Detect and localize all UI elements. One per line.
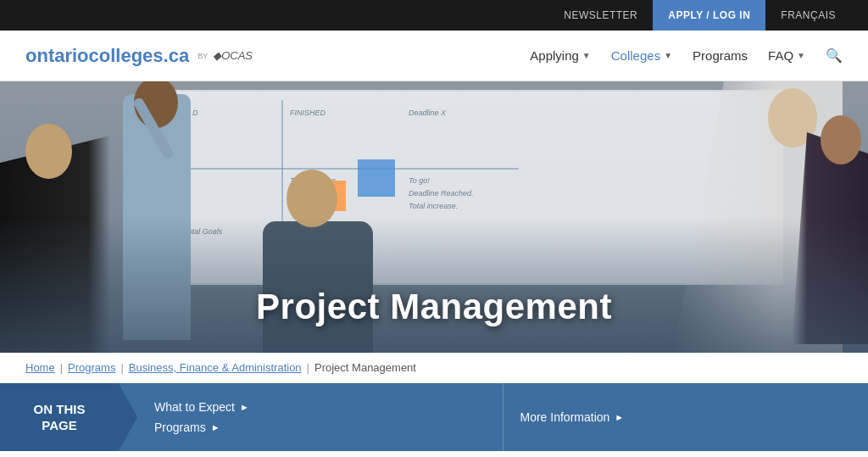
nav-bar: ontariocolleges.ca BY ◆OCAS Applying ▼ C… [0,31,868,81]
otp-link-what-to-expect[interactable]: What to Expect ► [154,400,486,414]
logo-tld: .ca [164,45,190,66]
hero-overlay: Project Management [0,217,868,353]
breadcrumb-sep-3: | [307,361,309,374]
person-far-right-head [821,115,861,164]
search-icon[interactable]: 🔍 [826,47,843,64]
logo-name: ontariocolleges [25,45,164,66]
breadcrumb: Home | Programs | Business, Finance & Ad… [0,353,868,383]
chevron-down-icon: ▼ [797,51,805,60]
nav-programs[interactable]: Programs [693,48,748,63]
breadcrumb-sep-2: | [120,361,123,374]
otp-divider [119,383,137,451]
francais-link[interactable]: FRANÇAIS [765,0,851,31]
person-left-head [25,124,72,179]
breadcrumb-home[interactable]: Home [25,361,55,374]
nav-faq-label: FAQ [768,48,793,63]
breadcrumb-programs[interactable]: Programs [68,361,115,374]
otp-links-right: More Information ► [503,383,869,451]
logo-by: BY [198,52,208,60]
otp-link-programs[interactable]: Programs ► [154,421,486,434]
logo-ocas: ◆OCAS [213,49,253,62]
arrow-right-icon: ► [240,402,249,412]
nav-colleges[interactable]: Colleges ▼ [611,48,672,63]
breadcrumb-category[interactable]: Business, Finance & Administration [129,361,302,374]
logo-text: ontariocolleges.ca [25,45,189,67]
sticky-note-blue [358,159,395,197]
otp-links-left: What to Expect ► Programs ► [137,383,503,451]
otp-link-label: Programs [154,421,206,434]
chevron-down-icon: ▼ [664,51,672,60]
nav-colleges-label: Colleges [611,48,660,63]
apply-login-button[interactable]: APPLY / LOG IN [653,0,765,31]
arrow-right-icon: ► [211,422,220,432]
top-bar: NEWSLETTER APPLY / LOG IN FRANÇAIS [0,0,868,31]
main-content: What to expect from a career as a Projec… [0,451,868,457]
nav-applying-label: Applying [530,48,579,63]
otp-link-label: More Information [520,410,610,424]
hero-section: In D FINISHED Deadline X Task of demo To… [0,81,868,353]
on-this-page-label: ON THISPAGE [0,383,119,451]
arrow-right-icon: ► [615,412,624,422]
breadcrumb-current: Project Management [314,361,416,374]
otp-link-more-info[interactable]: More Information ► [520,410,852,424]
newsletter-link[interactable]: NEWSLETTER [548,0,653,31]
chevron-down-icon: ▼ [582,51,591,60]
breadcrumb-sep-1: | [60,361,63,374]
on-this-page-nav: ON THISPAGE What to Expect ► Programs ► … [0,383,868,451]
hero-title: Project Management [256,287,612,327]
nav-links: Applying ▼ Colleges ▼ Programs FAQ ▼ 🔍 [530,47,843,64]
logo[interactable]: ontariocolleges.ca BY ◆OCAS [25,45,253,67]
nav-applying[interactable]: Applying ▼ [530,48,590,63]
nav-programs-label: Programs [693,48,748,63]
nav-faq[interactable]: FAQ ▼ [768,48,805,63]
otp-link-label: What to Expect [154,400,235,414]
